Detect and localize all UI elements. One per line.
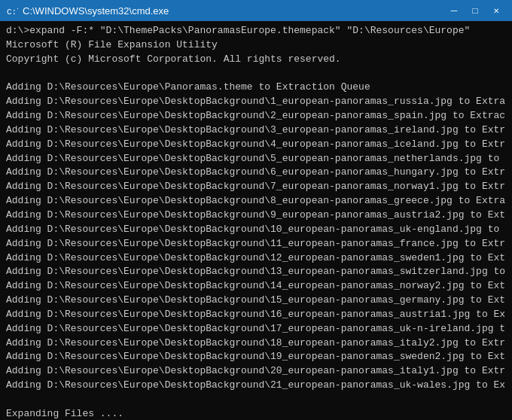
terminal-body: d:\>expand -F:* "D:\ThemePacks\Panoramas…	[0, 21, 512, 420]
terminal-line: Adding D:\Resources\Europe\DesktopBackgr…	[6, 95, 506, 109]
terminal-line: Adding D:\Resources\Europe\DesktopBackgr…	[6, 265, 506, 279]
terminal-line: Adding D:\Resources\Europe\DesktopBackgr…	[6, 379, 506, 393]
terminal-line: Adding D:\Resources\Europe\DesktopBackgr…	[6, 279, 506, 294]
title-bar: C:\ C:\WINDOWS\system32\cmd.exe ─ □ ✕	[0, 0, 512, 21]
terminal-line: Adding D:\Resources\Europe\DesktopBackgr…	[6, 350, 506, 364]
svg-text:C:\: C:\	[7, 8, 18, 17]
terminal-line: Adding D:\Resources\Europe\DesktopBackgr…	[6, 138, 506, 152]
terminal-line: Adding D:\Resources\Europe\DesktopBackgr…	[6, 322, 506, 336]
terminal-line	[6, 393, 506, 407]
terminal-line: Adding D:\Resources\Europe\DesktopBackgr…	[6, 180, 506, 194]
terminal-line: Adding D:\Resources\Europe\DesktopBackgr…	[6, 223, 506, 237]
terminal-line: Adding D:\Resources\Europe\DesktopBackgr…	[6, 364, 506, 379]
title-bar-text: C:\WINDOWS\system32\cmd.exe	[23, 5, 169, 17]
terminal-line: Adding D:\Resources\Europe\DesktopBackgr…	[6, 336, 506, 351]
terminal-line: d:\>expand -F:* "D:\ThemePacks\Panoramas…	[6, 24, 506, 38]
terminal-line: Adding D:\Resources\Europe\DesktopBackgr…	[6, 109, 506, 123]
terminal-line: Adding D:\Resources\Europe\DesktopBackgr…	[6, 294, 506, 308]
terminal-line: Adding D:\Resources\Europe\DesktopBackgr…	[6, 123, 506, 138]
terminal-line: Copyright (c) Microsoft Corporation. All…	[6, 53, 506, 67]
terminal-line: Adding D:\Resources\Europe\DesktopBackgr…	[6, 194, 506, 208]
terminal-line: Microsoft (R) File Expansion Utility	[6, 38, 506, 53]
terminal-line: Adding D:\Resources\Europe\DesktopBackgr…	[6, 166, 506, 180]
terminal-line: Adding D:\Resources\Europe\DesktopBackgr…	[6, 208, 506, 223]
terminal-line: Adding D:\Resources\Europe\DesktopBackgr…	[6, 308, 506, 322]
terminal-line	[6, 67, 506, 81]
terminal-line: Adding D:\Resources\Europe\DesktopBackgr…	[6, 237, 506, 251]
cmd-icon: C:\	[6, 5, 18, 17]
minimize-button[interactable]: ─	[444, 3, 464, 18]
terminal-line: Expanding Files ....	[6, 407, 506, 420]
maximize-button[interactable]: □	[465, 3, 485, 18]
title-bar-controls: ─ □ ✕	[444, 3, 506, 18]
close-button[interactable]: ✕	[486, 3, 506, 18]
terminal-line: Adding D:\Resources\Europe\DesktopBackgr…	[6, 251, 506, 266]
terminal-line: Adding D:\Resources\Europe\DesktopBackgr…	[6, 152, 506, 166]
cmd-window: C:\ C:\WINDOWS\system32\cmd.exe ─ □ ✕ d:…	[0, 0, 512, 420]
terminal-line: Adding D:\Resources\Europe\Panoramas.the…	[6, 81, 506, 95]
